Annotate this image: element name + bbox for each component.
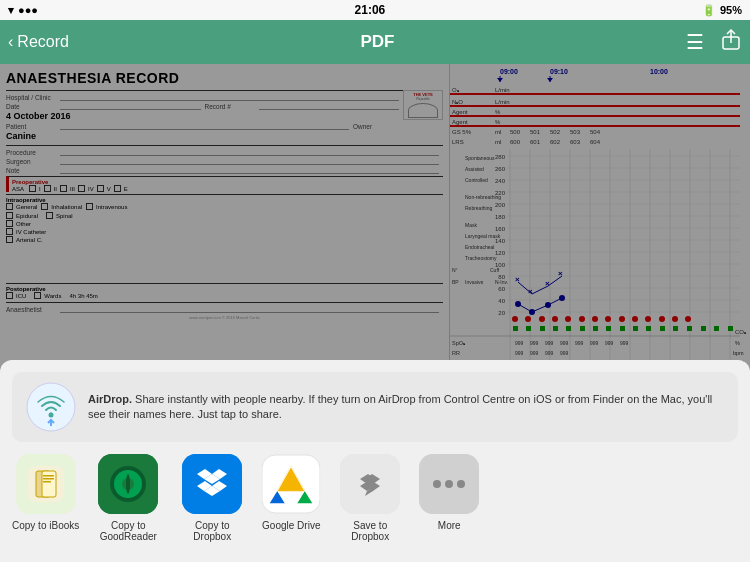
svg-rect-189 <box>43 481 51 483</box>
nav-title: PDF <box>360 32 394 52</box>
ibooks-icon <box>16 454 76 514</box>
share-overlay[interactable]: AirDrop. Share instantly with people nea… <box>0 64 750 562</box>
airdrop-icon <box>26 382 76 432</box>
svg-point-215 <box>433 480 441 488</box>
share-app-goodreader[interactable]: Copy to GoodReader <box>93 454 163 542</box>
back-chevron-icon: ‹ <box>8 33 13 51</box>
gdrive-label: Google Drive <box>262 520 320 531</box>
share-app-ibooks[interactable]: Copy to iBooks <box>12 454 79 542</box>
more-label: More <box>438 520 461 531</box>
status-right: 🔋 95% <box>702 4 742 17</box>
status-bar: ▾ ●●● 21:06 🔋 95% <box>0 0 750 20</box>
gdrive-icon <box>261 454 321 514</box>
share-app-gdrive[interactable]: Google Drive <box>261 454 321 542</box>
back-label: Record <box>17 33 69 51</box>
share-app-save-dropbox[interactable]: Save to Dropbox <box>335 454 405 542</box>
signal-icon: ●●● <box>18 4 38 16</box>
svg-rect-187 <box>43 475 54 477</box>
svg-point-216 <box>445 480 453 488</box>
svg-point-217 <box>457 480 465 488</box>
airdrop-banner: AirDrop. Share instantly with people nea… <box>12 372 738 442</box>
share-sheet: AirDrop. Share instantly with people nea… <box>0 360 750 562</box>
list-view-icon[interactable]: ☰ <box>686 30 704 54</box>
nav-bar: ‹ Record PDF ☰ <box>0 20 750 64</box>
dropbox-label: Copy to Dropbox <box>177 520 247 542</box>
svg-point-194 <box>126 474 130 494</box>
status-left: ▾ ●●● <box>8 4 38 17</box>
battery-level: 95% <box>720 4 742 16</box>
save-dropbox-label: Save to Dropbox <box>335 520 405 542</box>
share-app-more[interactable]: More <box>419 454 479 542</box>
airdrop-desc-text: Share instantly with people nearby. If t… <box>88 393 712 420</box>
share-app-dropbox[interactable]: Copy to Dropbox <box>177 454 247 542</box>
svg-rect-188 <box>43 478 54 480</box>
battery-icon: 🔋 <box>702 4 716 17</box>
ibooks-label: Copy to iBooks <box>12 520 79 531</box>
main-content: ANAESTHESIA RECORD Hospital / Clinic Dat… <box>0 64 750 562</box>
more-icon <box>419 454 479 514</box>
nav-actions: ☰ <box>686 29 742 56</box>
status-time: 21:06 <box>355 3 386 17</box>
wifi-icon: ▾ <box>8 4 14 17</box>
airdrop-description: AirDrop. Share instantly with people nea… <box>88 392 724 423</box>
share-apps-row: Copy to iBooks Copy to GoodReader Copy t… <box>12 454 738 550</box>
dropbox-icon <box>182 454 242 514</box>
svg-rect-186 <box>42 471 56 497</box>
save-dropbox-icon <box>340 454 400 514</box>
back-button[interactable]: ‹ Record <box>8 33 69 51</box>
airdrop-title: AirDrop. <box>88 393 132 405</box>
goodreader-icon <box>98 454 158 514</box>
share-icon[interactable] <box>720 29 742 56</box>
svg-point-182 <box>49 413 54 418</box>
goodreader-label: Copy to GoodReader <box>93 520 163 542</box>
